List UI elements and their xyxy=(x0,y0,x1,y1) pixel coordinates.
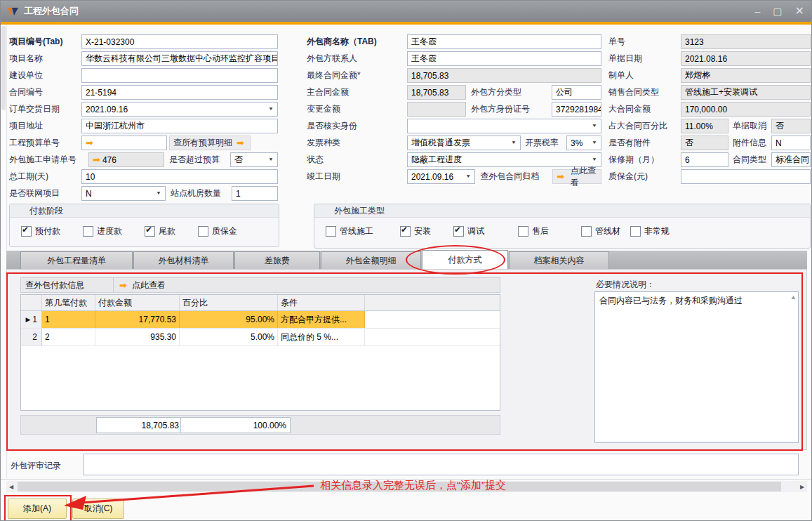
archive-label: 查外包合同归档 xyxy=(477,169,550,184)
creator-field: 郑熠桦 xyxy=(681,68,811,83)
field-status: 状态 隐蔽工程进度▼ xyxy=(307,152,601,167)
view-all-budget-link[interactable]: 查所有预算明细➡ xyxy=(169,136,251,150)
summary-amount: 18,705.83 xyxy=(96,417,183,433)
vendor-name-input[interactable]: 王冬霞 xyxy=(407,34,601,49)
retention-input[interactable] xyxy=(681,169,811,184)
header-installment[interactable]: 第几笔付款 xyxy=(42,295,95,310)
chevron-down-icon[interactable]: ▼ xyxy=(592,157,597,162)
notes-textarea[interactable]: 合同内容已与法务，财务和采购沟通过 ▲ xyxy=(594,291,799,443)
chevron-down-icon[interactable]: ▼ xyxy=(592,124,597,128)
field-completion-date: 竣工日期 2021.09.16▼ 查外包合同归档 ➡点此查看 xyxy=(307,169,601,184)
vendor-category-label: 外包方分类型 xyxy=(468,85,550,100)
over-budget-select[interactable]: 否▼ xyxy=(230,152,278,167)
checkbox-after-sales[interactable]: ✔售后 xyxy=(518,225,549,237)
checkbox-progress-payment[interactable]: ✔进度款 xyxy=(83,225,122,237)
horizontal-scrollbar-thumb[interactable] xyxy=(18,482,781,492)
table-row[interactable]: 2 2 935.30 5.00% 同总价的 5 %... xyxy=(21,329,500,346)
checkbox-install[interactable]: ✔安装 xyxy=(400,225,431,237)
invoice-type-select[interactable]: 增值税普通发票▼ xyxy=(407,136,521,150)
attach-info-input[interactable]: N xyxy=(771,136,811,150)
doc-no-field: 3123 xyxy=(681,34,811,49)
header-condition[interactable]: 条件 xyxy=(278,295,365,310)
scroll-right-icon[interactable]: ▶ xyxy=(797,481,807,492)
checkbox-pipeline-material[interactable]: ✔管线材 xyxy=(581,225,620,237)
tab-travel-expense[interactable]: 差旅费 xyxy=(234,251,320,269)
tab-outsourcing-boq[interactable]: 外包工程量清单 xyxy=(20,251,133,269)
scroll-up-icon[interactable]: ▲ xyxy=(790,294,797,301)
add-button[interactable]: 添加(A) xyxy=(8,499,67,519)
arrow-right-icon[interactable]: ➡ xyxy=(237,138,244,147)
chevron-down-icon[interactable]: ▼ xyxy=(268,107,274,112)
field-project-address: 项目地址 中国浙江杭州市 xyxy=(9,119,278,133)
arrow-right-icon[interactable]: ➡ xyxy=(557,172,564,181)
field-delivery-date: 订单交货日期 2021.09.16▼ xyxy=(9,102,278,117)
budget-no-input[interactable]: ➡ xyxy=(81,136,167,150)
vendor-category-input[interactable]: 公司 xyxy=(552,85,601,100)
network-project-label: 是否联网项目 xyxy=(9,186,79,201)
field-main-amount: 主合同金额 18,705.83 外包方分类型 公司 xyxy=(307,85,601,100)
arrow-right-icon[interactable]: ➡ xyxy=(119,281,127,290)
doc-no-label: 单号 xyxy=(608,34,679,49)
apply-no-field[interactable]: ➡476 xyxy=(88,152,164,167)
field-sales-type: 销售合同类型 管线施工+安装调试 xyxy=(608,85,811,100)
field-big-amount: 大合同金额 170,000.00 xyxy=(608,102,811,117)
tab-payment-method[interactable]: 付款方式 xyxy=(422,250,508,269)
checkbox-final-payment[interactable]: ✔尾款 xyxy=(145,225,175,237)
construction-unit-input[interactable] xyxy=(81,68,278,83)
row-selector[interactable]: 2 xyxy=(21,329,42,345)
tab-amount-detail[interactable]: 外包金额明细 xyxy=(321,251,421,269)
project-no-input[interactable]: X-21-032300 xyxy=(81,34,278,49)
vendor-id-input[interactable]: 37292819840 xyxy=(552,102,601,117)
chevron-down-icon[interactable]: ▼ xyxy=(465,174,471,179)
close-button[interactable]: ✕ xyxy=(795,1,804,22)
checkbox-non-standard[interactable]: ✔非常规 xyxy=(630,225,670,237)
review-record-input[interactable] xyxy=(84,454,799,475)
maximize-button[interactable]: ▢ xyxy=(773,1,782,22)
arrow-right-icon[interactable]: ➡ xyxy=(86,138,93,147)
left-scrollbar-thumb[interactable] xyxy=(1,26,6,110)
archive-view-link[interactable]: ➡点此查看 xyxy=(552,169,601,184)
checkbox-debug[interactable]: ✔调试 xyxy=(453,225,484,237)
window-title: 工程外包合同 xyxy=(24,5,79,18)
vendor-id-label: 外包方身份证号 xyxy=(468,102,550,117)
payment-info-view-link[interactable]: ➡点此查看 xyxy=(114,279,166,291)
vendor-contact-input[interactable]: 王冬霞 xyxy=(407,51,601,66)
completion-date-label: 竣工日期 xyxy=(307,169,405,184)
cancel-button[interactable]: 取消(C) xyxy=(72,499,124,519)
scroll-left-icon[interactable]: ◀ xyxy=(6,481,16,492)
completion-date-select[interactable]: 2021.09.16▼ xyxy=(407,169,475,184)
delivery-date-select[interactable]: 2021.09.16▼ xyxy=(81,102,278,117)
table-row[interactable]: ▶1 1 17,770.53 95.00% 方配合甲方提供... xyxy=(21,311,500,329)
chevron-down-icon[interactable]: ▼ xyxy=(156,191,161,196)
tax-rate-select[interactable]: 3%▼ xyxy=(566,136,601,150)
total-days-input[interactable]: 10 xyxy=(81,169,278,184)
site-rooms-input[interactable]: 1 xyxy=(232,186,278,201)
checkbox-retention[interactable]: ✔质保金 xyxy=(198,225,237,237)
checkbox-pipeline-construction[interactable]: ✔管线施工 xyxy=(326,225,373,237)
chevron-down-icon[interactable]: ▼ xyxy=(511,140,517,145)
horizontal-scrollbar[interactable]: ◀ ▶ xyxy=(6,481,807,492)
chevron-down-icon[interactable]: ▼ xyxy=(592,140,597,145)
row-selector[interactable]: ▶1 xyxy=(21,311,42,328)
field-total-days: 总工期(天) 10 xyxy=(9,169,278,184)
project-no-label: 项目编号(Tab) xyxy=(9,34,79,49)
project-name-input[interactable]: 华数云科技有限公司三墩数据中心动环监控扩容项目 xyxy=(81,51,278,66)
contract-no-input[interactable]: 21-5194 xyxy=(81,85,278,100)
field-contract-no: 合同编号 21-5194 xyxy=(9,85,278,100)
warranty-input[interactable]: 6 xyxy=(681,152,728,167)
chevron-down-icon[interactable]: ▼ xyxy=(268,157,274,162)
minimize-button[interactable]: – xyxy=(755,1,761,22)
tab-material-list[interactable]: 外包材料清单 xyxy=(133,251,234,269)
field-change-amount: 变更金额 外包方身份证号 37292819840 xyxy=(307,102,601,117)
project-address-input[interactable]: 中国浙江杭州市 xyxy=(81,119,278,133)
header-percentage[interactable]: 百分比 xyxy=(180,295,278,310)
arrow-right-icon[interactable]: ➡ xyxy=(93,155,100,164)
checkbox-prepayment[interactable]: ✔预付款 xyxy=(21,225,60,237)
has-attach-field: 否 xyxy=(681,136,728,150)
header-amount[interactable]: 付款金额 xyxy=(95,295,180,310)
contract-type-input[interactable]: 标准合同 xyxy=(771,152,811,167)
network-project-select[interactable]: N▼ xyxy=(81,186,166,201)
tab-archive-content[interactable]: 档案相关内容 xyxy=(509,251,609,269)
change-amount-label: 变更金额 xyxy=(307,102,405,117)
verify-identity-select[interactable]: ▼ xyxy=(407,119,601,133)
